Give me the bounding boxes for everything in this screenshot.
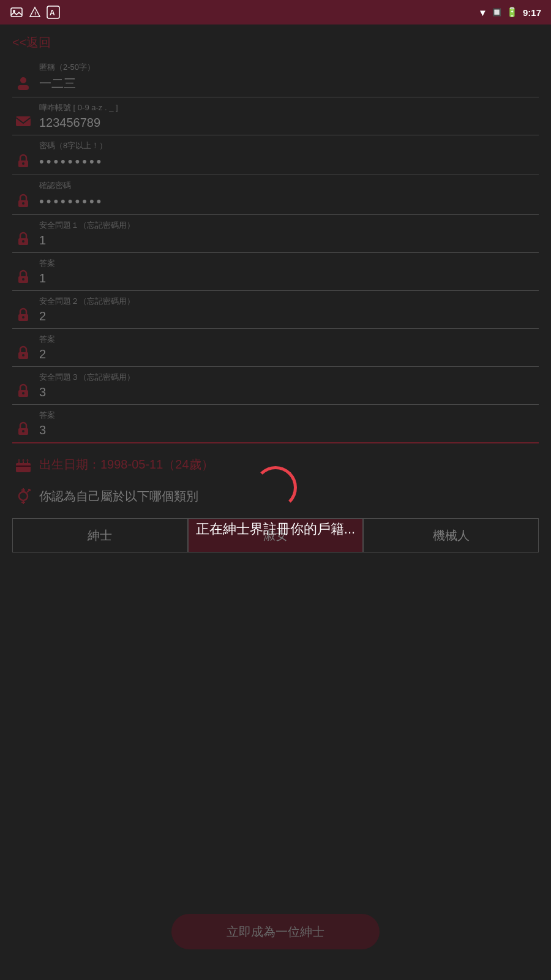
signal-icon: 🔲 (492, 8, 501, 17)
a-icon: A (47, 6, 60, 19)
warning-icon: ! (28, 6, 42, 19)
loading-overlay: 正在紳士界註冊你的戶籍... (0, 24, 551, 980)
svg-text:!: ! (34, 10, 36, 17)
time-display: 9:17 (523, 7, 541, 18)
loading-spinner (254, 466, 297, 509)
svg-text:A: A (50, 9, 55, 17)
status-bar: ! A ▼ 🔲 🔋 9:17 (0, 0, 551, 24)
wifi-icon: ▼ (478, 7, 487, 18)
battery-icon: 🔋 (506, 7, 518, 18)
image-icon (10, 6, 23, 19)
loading-text: 正在紳士界註冊你的戶籍... (196, 520, 355, 538)
main-content: <<返回 匿稱（2-50字） 一二三 嘩咋帳號 [ 0-9 a-z . _ ] … (0, 24, 551, 980)
status-bar-right: ▼ 🔲 🔋 9:17 (478, 7, 541, 18)
status-bar-left: ! A (10, 6, 60, 19)
